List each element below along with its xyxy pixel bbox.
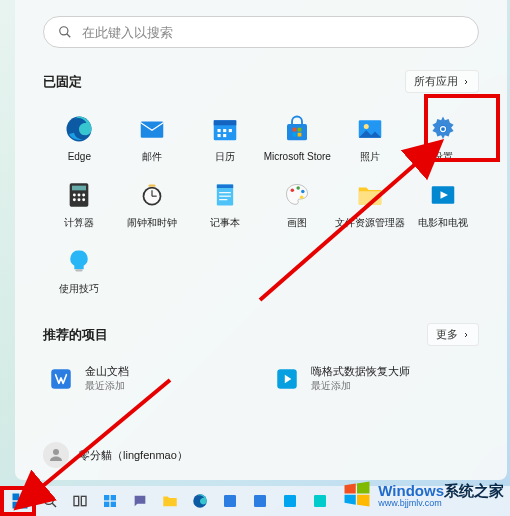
svg-rect-65: [111, 502, 116, 507]
app-mail[interactable]: 邮件: [116, 107, 189, 169]
svg-rect-7: [223, 129, 226, 132]
all-apps-label: 所有应用: [414, 74, 458, 89]
start-menu: 已固定 所有应用 Edge 邮件: [15, 0, 507, 480]
rec-title: 金山文档: [85, 364, 129, 379]
calculator-icon: [63, 179, 95, 211]
app-label: Edge: [68, 151, 91, 163]
taskbar-app1[interactable]: [218, 489, 242, 513]
svg-rect-14: [293, 133, 297, 137]
svg-point-28: [83, 198, 86, 201]
taskbar-edge[interactable]: [188, 489, 212, 513]
more-button[interactable]: 更多: [427, 323, 479, 346]
svg-rect-68: [254, 495, 266, 507]
svg-point-27: [78, 198, 81, 201]
taskbar-search[interactable]: [38, 489, 62, 513]
recommended-section: 推荐的项目 更多 金山文档 最近添加: [43, 323, 479, 397]
photos-icon: [354, 113, 386, 145]
calendar-icon: [209, 113, 241, 145]
app-photos[interactable]: 照片: [334, 107, 407, 169]
search-icon: [58, 25, 72, 39]
taskbar-widgets[interactable]: [98, 489, 122, 513]
svg-rect-10: [223, 134, 226, 137]
notepad-icon: [209, 179, 241, 211]
app-explorer[interactable]: 文件资源管理器: [334, 173, 407, 235]
svg-rect-63: [111, 495, 116, 500]
svg-point-41: [301, 190, 305, 194]
app-edge[interactable]: Edge: [43, 107, 116, 169]
app-notepad[interactable]: 记事本: [188, 173, 261, 235]
app-label: 闹钟和时钟: [127, 217, 177, 229]
svg-rect-11: [287, 124, 307, 140]
svg-rect-9: [217, 134, 220, 137]
movies-icon: [427, 179, 459, 211]
svg-rect-13: [298, 128, 302, 132]
svg-rect-64: [104, 502, 109, 507]
svg-marker-71: [345, 483, 356, 493]
user-account[interactable]: 零分貓（lingfenmao）: [43, 442, 188, 468]
app-label: 照片: [360, 151, 380, 163]
recommended-grid: 金山文档 最近添加 嗨格式数据恢复大师 最近添加: [43, 360, 479, 397]
rec-item-recovery[interactable]: 嗨格式数据恢复大师 最近添加: [271, 360, 477, 397]
wps-icon: [47, 365, 75, 393]
app-paint[interactable]: 画图: [261, 173, 334, 235]
rec-text: 金山文档 最近添加: [85, 364, 129, 393]
app-label: 电影和电视: [418, 217, 468, 229]
taskbar-chat[interactable]: [128, 489, 152, 513]
tips-icon: [63, 245, 95, 277]
search-input[interactable]: [82, 25, 464, 40]
taskbar-taskview[interactable]: [68, 489, 92, 513]
app-tips[interactable]: 使用技巧: [43, 239, 116, 301]
svg-rect-56: [13, 502, 20, 509]
pinned-grid: Edge 邮件 日历 Microsoft Store 照片: [43, 107, 479, 301]
svg-point-24: [78, 194, 81, 197]
svg-point-17: [364, 124, 369, 129]
svg-point-0: [60, 27, 68, 35]
settings-icon: [427, 113, 459, 145]
svg-line-59: [52, 503, 56, 507]
svg-point-26: [73, 198, 76, 201]
pinned-title: 已固定: [43, 73, 82, 91]
mail-icon: [136, 113, 168, 145]
app-label: 画图: [287, 217, 307, 229]
app-calculator[interactable]: 计算器: [43, 173, 116, 235]
watermark: Windows系统之家 www.bjjmlv.com: [342, 479, 504, 513]
taskbar-app3[interactable]: [278, 489, 302, 513]
svg-marker-72: [357, 482, 370, 494]
chevron-right-icon: [462, 329, 470, 341]
svg-rect-46: [76, 269, 83, 271]
svg-point-25: [83, 194, 86, 197]
app-movies[interactable]: 电影和电视: [406, 173, 479, 235]
chevron-right-icon: [462, 76, 470, 88]
app-store[interactable]: Microsoft Store: [261, 107, 334, 169]
taskbar-explorer[interactable]: [158, 489, 182, 513]
app-label: 日历: [215, 151, 235, 163]
taskbar-app2[interactable]: [248, 489, 272, 513]
taskbar-app4[interactable]: [308, 489, 332, 513]
clock-icon: [136, 179, 168, 211]
app-label: 记事本: [210, 217, 240, 229]
more-label: 更多: [436, 327, 458, 342]
app-label: 使用技巧: [59, 283, 99, 295]
app-settings[interactable]: 设置: [406, 107, 479, 169]
svg-marker-74: [357, 495, 370, 507]
svg-rect-60: [74, 496, 79, 505]
rec-title: 嗨格式数据恢复大师: [311, 364, 410, 379]
svg-marker-73: [345, 495, 356, 505]
svg-point-20: [441, 127, 445, 131]
start-button[interactable]: [8, 489, 32, 513]
app-label: 邮件: [142, 151, 162, 163]
windows-logo-icon: [342, 479, 372, 513]
svg-rect-15: [298, 133, 302, 137]
svg-rect-67: [224, 495, 236, 507]
app-calendar[interactable]: 日历: [188, 107, 261, 169]
all-apps-button[interactable]: 所有应用: [405, 70, 479, 93]
svg-rect-22: [72, 186, 86, 191]
watermark-main-en: Windows: [378, 482, 444, 499]
svg-rect-57: [21, 502, 28, 509]
app-clock[interactable]: 闹钟和时钟: [116, 173, 189, 235]
svg-rect-6: [217, 129, 220, 132]
search-box[interactable]: [43, 16, 479, 48]
rec-item-wps[interactable]: 金山文档 最近添加: [45, 360, 251, 397]
rec-text: 嗨格式数据恢复大师 最近添加: [311, 364, 410, 393]
svg-rect-35: [216, 185, 232, 189]
